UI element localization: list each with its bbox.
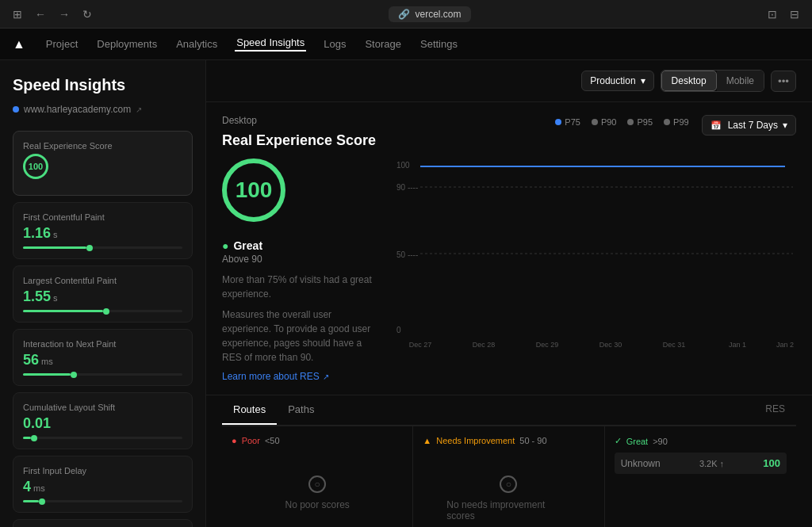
- env-controls: Production ▾ Desktop Mobile •••: [581, 70, 796, 92]
- metric-lcp-label: Largest Contentful Paint: [23, 276, 182, 285]
- poor-label: Poor: [242, 436, 260, 445]
- metric-ttfb[interactable]: Time to First Byte 0.69s: [13, 519, 193, 527]
- browser-controls: ⊞ ← → ↻: [10, 6, 95, 22]
- poor-check-circle: ○: [308, 475, 326, 493]
- score-row-label: Unknown: [621, 458, 661, 469]
- metric-fcp[interactable]: First Contentful Paint 1.16s: [13, 202, 193, 259]
- count-icon: ↑: [720, 459, 725, 468]
- content-header: Production ▾ Desktop Mobile •••: [206, 60, 812, 102]
- metric-fid-label: First Input Delay: [23, 466, 182, 475]
- metric-cls-label: Cumulative Layout Shift: [23, 403, 182, 412]
- learn-more-link[interactable]: Learn more about RES ↗: [222, 371, 329, 382]
- mobile-btn[interactable]: Mobile: [717, 71, 764, 91]
- env-select[interactable]: Production ▾: [581, 71, 653, 91]
- legend-p75-dot: [555, 119, 561, 125]
- vercel-logo: ▲: [13, 37, 25, 52]
- chart-breadcrumb: Desktop: [222, 115, 376, 126]
- tab-routes[interactable]: Routes: [222, 395, 277, 425]
- poor-range: <50: [265, 436, 280, 445]
- chart-score-panel: 100 ● Great Above 90 More than 75% of vi…: [222, 158, 381, 382]
- great-range: >90: [653, 437, 668, 446]
- great-icon: ✓: [615, 436, 622, 446]
- chart-legend: P75 P90 P95 P99: [555, 117, 688, 127]
- warn-icon: ▲: [423, 436, 431, 445]
- nav-settings[interactable]: Settings: [419, 38, 459, 50]
- date-range-label: Last 7 Days: [728, 120, 778, 131]
- legend-p95-dot: [627, 119, 634, 125]
- score-desc-detail: Measures the overall user experience. To…: [222, 307, 381, 365]
- chart-left-info: Desktop Real Experience Score: [222, 115, 376, 158]
- route-header-warn: ▲ Needs Improvement 50 - 90: [423, 436, 594, 445]
- no-warn-text: No needs improvement scores: [446, 499, 570, 521]
- metric-inp-bar: [23, 373, 182, 376]
- metric-inp-value: 56ms: [23, 352, 182, 369]
- metric-fid[interactable]: First Input Delay 4ms: [13, 456, 193, 513]
- score-row-count: 3.2K ↑: [699, 459, 724, 468]
- legend-p99-label: P99: [673, 117, 689, 127]
- routes-section: Routes Paths RES ● Poor <50 ○ No poor sc…: [206, 395, 812, 527]
- legend-p75[interactable]: P75: [555, 117, 580, 127]
- metric-lcp[interactable]: Largest Contentful Paint 1.55s: [13, 265, 193, 323]
- routes-table: ● Poor <50 ○ No poor scores ▲ Needs Impr…: [222, 426, 796, 527]
- back-btn[interactable]: ←: [32, 6, 49, 22]
- metric-inp-label: Interaction to Next Paint: [23, 339, 182, 349]
- url-text: vercel.com: [415, 9, 461, 20]
- metric-cls[interactable]: Cumulative Layout Shift 0.01: [13, 392, 193, 449]
- metric-fid-bar: [23, 500, 182, 502]
- line-chart: 100 90 ---- 50 ---- 0 Dec 27 Dec 28 Dec …: [393, 158, 796, 349]
- x-dec28: Dec 28: [473, 341, 496, 349]
- score-check-icon: ●: [222, 239, 228, 252]
- score-row-unknown[interactable]: Unknown 3.2K ↑ 100: [615, 453, 787, 474]
- legend-p75-label: P75: [565, 117, 580, 127]
- metric-lcp-bar: [23, 310, 182, 312]
- split-btn[interactable]: ⊟: [787, 6, 802, 22]
- res-col-header: RES: [754, 395, 796, 425]
- nav-speed-insights[interactable]: Speed Insights: [235, 36, 306, 52]
- external-icon: ↗: [323, 372, 329, 381]
- route-header-poor: ● Poor <50: [232, 436, 403, 445]
- metric-res[interactable]: Real Experience Score 100: [13, 131, 193, 196]
- route-col-poor: ● Poor <50 ○ No poor scores: [222, 426, 413, 527]
- refresh-btn[interactable]: ↻: [79, 6, 95, 22]
- content-area: Production ▾ Desktop Mobile ••• Desktop …: [206, 60, 812, 527]
- chart-svg-container: 100 90 ---- 50 ---- 0 Dec 27 Dec 28 Dec …: [393, 158, 796, 382]
- poor-icon: ●: [232, 436, 237, 445]
- site-status-dot: [13, 106, 19, 113]
- site-url: www.harleyacademy.com ↗: [13, 104, 193, 115]
- no-warn-scores: ○ No needs improvement scores: [423, 452, 594, 527]
- more-btn[interactable]: •••: [771, 71, 796, 92]
- url-bar: 🔗 vercel.com: [103, 6, 756, 22]
- metric-inp[interactable]: Interaction to Next Paint 56ms: [13, 329, 193, 386]
- date-range-select[interactable]: 📅 Last 7 Days ▾: [702, 115, 796, 136]
- route-header-great: ✓ Great >90: [615, 436, 787, 446]
- sidebar-toggle-btn[interactable]: ⊞: [10, 6, 25, 22]
- score-label: ● Great: [222, 239, 381, 252]
- legend-p99[interactable]: P99: [664, 117, 689, 127]
- legend-p95[interactable]: P95: [627, 117, 653, 127]
- main-layout: Speed Insights www.harleyacademy.com ↗ R…: [0, 60, 812, 527]
- x-dec27: Dec 27: [409, 341, 432, 349]
- x-jan2: Jan 2: [776, 341, 794, 349]
- nav-deployments[interactable]: Deployments: [95, 38, 159, 50]
- route-col-needs-improvement: ▲ Needs Improvement 50 - 90 ○ No needs i…: [413, 426, 604, 527]
- metric-cls-bar: [23, 437, 182, 439]
- legend-p90[interactable]: P90: [592, 117, 617, 127]
- nav-logs[interactable]: Logs: [322, 38, 347, 50]
- tab-paths[interactable]: Paths: [277, 395, 325, 425]
- forward-btn[interactable]: →: [56, 6, 73, 22]
- extensions-btn[interactable]: ⊡: [764, 6, 780, 22]
- y-label-50: 50 ----: [396, 250, 418, 259]
- no-poor-scores: ○ No poor scores: [232, 452, 403, 527]
- nav-storage[interactable]: Storage: [363, 38, 403, 50]
- sidebar: Speed Insights www.harleyacademy.com ↗ R…: [0, 60, 206, 527]
- metric-fcp-label: First Contentful Paint: [23, 212, 182, 222]
- desktop-btn[interactable]: Desktop: [661, 71, 717, 91]
- page-title: Speed Insights: [13, 76, 193, 94]
- metric-cls-value: 0.01: [23, 415, 182, 432]
- nav-analytics[interactable]: Analytics: [174, 38, 219, 50]
- great-label: Great: [626, 437, 649, 446]
- y-label-90: 90 ----: [396, 183, 418, 192]
- nav-project[interactable]: Project: [44, 38, 79, 50]
- metric-lcp-value: 1.55s: [23, 288, 182, 305]
- warn-label: Needs Improvement: [436, 436, 515, 445]
